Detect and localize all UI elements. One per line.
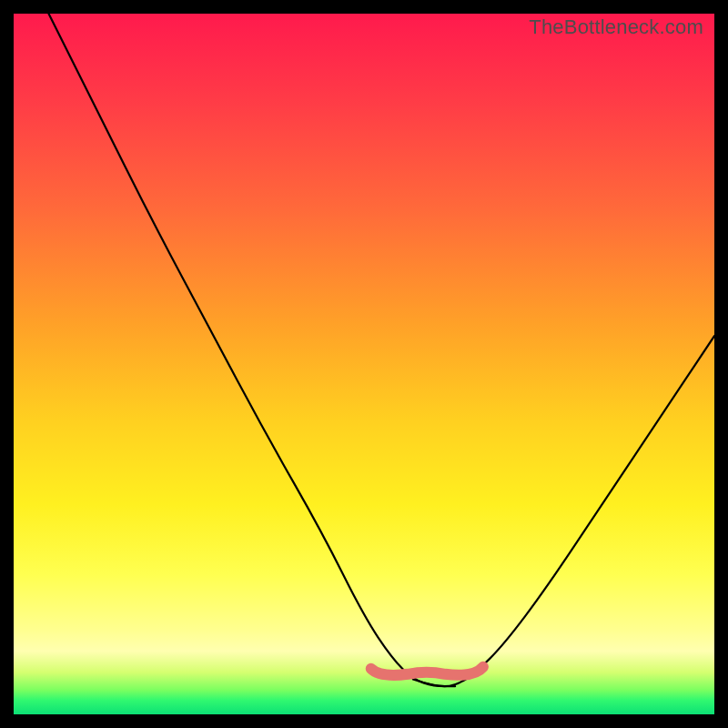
- curve-left-limb: [49, 14, 456, 686]
- chart-svg: [14, 14, 714, 714]
- optimal-range-highlight: [371, 667, 483, 675]
- curve-right-limb: [413, 336, 714, 686]
- attribution-label: TheBottleneck.com: [529, 15, 703, 39]
- chart-frame: TheBottleneck.com: [14, 14, 714, 714]
